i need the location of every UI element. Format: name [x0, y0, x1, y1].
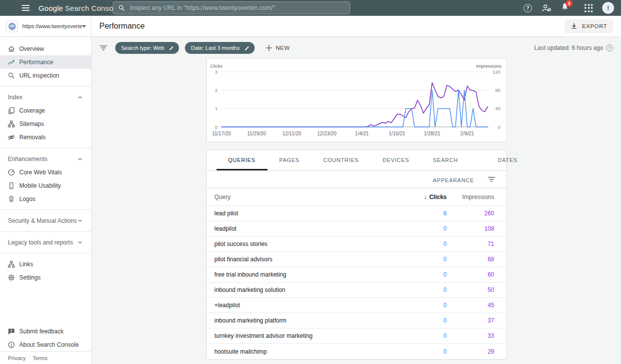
help-icon[interactable]: ? [524, 4, 532, 12]
sidebar-section-index[interactable]: Index [0, 90, 91, 104]
google-apps-icon[interactable] [584, 4, 593, 12]
table-row[interactable]: free trial inbound marketing060 [207, 267, 506, 283]
table-header-row: Query ↓ Clicks Impressions [207, 188, 506, 206]
sidebar-item-about[interactable]: About Search Console [0, 338, 91, 351]
chart-tick-label: 11/29/20 [247, 131, 266, 136]
property-globe-icon [6, 20, 18, 32]
sidebar-item-label: URL inspection [19, 72, 59, 79]
tab-countries[interactable]: COUNTRIES [311, 150, 371, 170]
cell-query: inbound marketing solution [215, 286, 399, 293]
page-title: Performance [99, 22, 145, 31]
table-row[interactable]: hootsuite mailchimp029 [207, 344, 506, 359]
sidebar-item-removals[interactable]: Removals [0, 130, 91, 144]
page-header: Performance EXPORT [91, 16, 621, 37]
app-logo[interactable]: GoogleSearch Console [39, 4, 119, 12]
sidebar-item-sitemaps[interactable]: Sitemaps [0, 117, 91, 130]
tab-dates[interactable]: DATES [486, 150, 530, 170]
performance-chart-svg[interactable]: 321012080400ClicksImpressions11/17/2011/… [207, 60, 506, 142]
account-avatar[interactable]: ! [602, 2, 614, 14]
column-header-clicks[interactable]: ↓ Clicks [424, 194, 446, 201]
sidebar-item-performance[interactable]: Performance [0, 55, 91, 69]
sidebar-item-label: Links [19, 261, 33, 268]
url-inspect-searchbox[interactable] [113, 1, 350, 14]
chart-tick-label: 2/9/21 [460, 131, 474, 136]
performance-chart: 321012080400ClicksImpressions11/17/2011/… [206, 58, 507, 142]
chart-tick-label: 0 [215, 124, 217, 130]
plus-icon [266, 44, 272, 51]
privacy-link[interactable]: Privacy [8, 355, 26, 361]
section-label: Legacy tools and reports [8, 239, 77, 246]
dimension-tabs: QUERIES PAGES COUNTRIES DEVICES SEARCH A… [207, 150, 506, 171]
sidebar-item-overview[interactable]: Overview [0, 42, 91, 55]
chevron-down-icon [77, 218, 83, 224]
chart-tick-label: 120 [492, 69, 500, 75]
links-tree-icon [7, 260, 15, 268]
tab-devices[interactable]: DEVICES [371, 150, 421, 170]
table-row[interactable]: pilot financial advisors068 [207, 252, 506, 267]
cell-query: leadpilot [215, 225, 399, 232]
tab-pages[interactable]: PAGES [267, 150, 311, 170]
sidebar-item-url-inspection[interactable]: URL inspection [0, 69, 91, 82]
column-header-query[interactable]: Query [215, 194, 399, 201]
cell-query: pilot success stories [215, 241, 399, 247]
export-button[interactable]: EXPORT [565, 19, 613, 33]
sidebar-item-label: Core Web Vitals [19, 169, 62, 176]
chevron-down-icon [77, 240, 83, 245]
notifications-bell-icon[interactable]: 3 [561, 2, 569, 14]
menu-icon[interactable] [22, 3, 30, 12]
sidebar-item-links[interactable]: Links [0, 257, 91, 271]
table-row[interactable]: turnkey investment advisor marketing033 [207, 328, 506, 344]
search-type-chip[interactable]: Search type: Web [115, 42, 179, 54]
property-selector[interactable]: https://www.twentyoverten.c... [0, 16, 91, 37]
cell-impressions: 68 [488, 256, 494, 263]
table-row[interactable]: pilot success stories071 [207, 237, 506, 252]
chart-tick-label: 40 [495, 106, 500, 111]
new-filter-button[interactable]: NEW [266, 44, 290, 51]
cell-clicks: 0 [444, 241, 447, 247]
last-updated-text: Last updated: 6 hours ago [534, 44, 603, 51]
sidebar-item-coverage[interactable]: Coverage [0, 104, 91, 117]
logos-diamond-icon [7, 195, 15, 203]
updated-help-icon[interactable]: ? [606, 44, 613, 51]
sidebar-section-legacy[interactable]: Legacy tools and reports [0, 236, 91, 249]
edit-pencil-icon [244, 45, 250, 51]
sidebar-item-logos[interactable]: Logos [0, 192, 91, 205]
chevron-up-icon [77, 94, 83, 100]
cell-query: inbound marketing platform [215, 317, 399, 324]
table-row[interactable]: inbound marketing solution050 [207, 283, 506, 298]
sidebar-item-submit-feedback[interactable]: Submit feedback [0, 324, 91, 338]
table-row[interactable]: leadpilot0108 [207, 221, 506, 237]
tab-search-appearance[interactable]: SEARCH APPEARANCE [421, 150, 486, 170]
filter-icon[interactable] [99, 44, 107, 51]
column-header-impressions[interactable]: Impressions [462, 194, 494, 201]
sidebar-footer: Privacy Terms [0, 351, 91, 364]
search-icon [118, 4, 125, 11]
sidebar-item-mobile-usability[interactable]: Mobile Usability [0, 179, 91, 192]
pages-icon [7, 107, 15, 115]
search-input[interactable] [130, 4, 345, 11]
home-icon [7, 45, 15, 53]
terms-link[interactable]: Terms [33, 355, 47, 361]
sidebar-item-core-web-vitals[interactable]: Core Web Vitals [0, 165, 91, 179]
chart-tick-label: 1 [215, 106, 217, 111]
sidebar-item-settings[interactable]: Settings [0, 271, 91, 284]
chart-tick-label: 1/28/21 [424, 131, 441, 136]
cell-clicks: 0 [444, 256, 447, 263]
cell-clicks: 0 [444, 271, 447, 278]
table-row[interactable]: +leadpilot045 [207, 298, 506, 313]
manage-users-icon[interactable] [541, 3, 551, 12]
sidebar-item-label: Submit feedback [19, 328, 63, 335]
table-filter-icon[interactable] [488, 176, 495, 183]
sidebar-section-security[interactable]: Security & Manual Actions [0, 214, 91, 227]
date-range-chip[interactable]: Date: Last 3 months [185, 42, 254, 54]
filter-chips: Search type: Web Date: Last 3 months [115, 42, 255, 54]
mobile-phone-icon [7, 182, 15, 190]
filter-bar: Search type: Web Date: Last 3 months NEW… [91, 37, 621, 58]
sidebar-section-enhancements[interactable]: Enhancements [0, 152, 91, 165]
table-row[interactable]: lead pilot6260 [207, 206, 506, 221]
table-row[interactable]: inbound marketing platform037 [207, 313, 506, 328]
tab-queries[interactable]: QUERIES [217, 150, 267, 170]
chevron-up-icon [77, 156, 83, 162]
sidebar: https://www.twentyoverten.c... Overview … [0, 16, 91, 364]
divider [0, 253, 91, 253]
